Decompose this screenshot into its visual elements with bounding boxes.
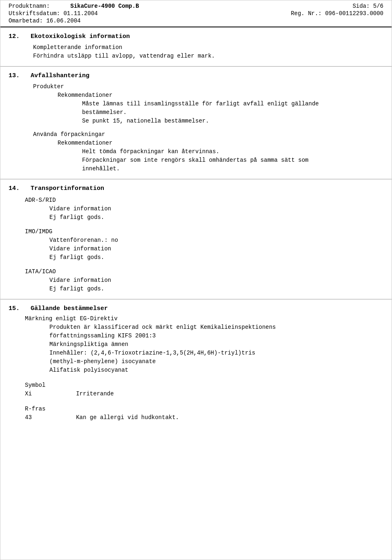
anvanda-label: Använda förpackningar	[33, 130, 383, 139]
prod-line3: Se punkt 15, nationella bestämmelser.	[82, 117, 383, 125]
s15-line1: Märkning enligt EG-Direktiv	[25, 315, 383, 323]
adr-sub-label: Vidare information	[49, 205, 383, 213]
imo-sub: Vattenförorenan.: no Vidare information …	[49, 236, 383, 262]
iata-block: IATA/ICAO Vidare information Ej farligt …	[25, 268, 383, 293]
section-13-title: 13. Avfallshantering	[9, 72, 383, 79]
section-15-title: 15. Gällande bestämmelser	[9, 305, 383, 312]
s15-rfras-block: R-fras 43 Kan ge allergi vid hudkontakt.	[25, 405, 383, 422]
product-label: Produktnamn: SikaCure-4900 Comp.B	[9, 3, 139, 9]
rfras-desc: Kan ge allergi vid hudkontakt.	[76, 414, 179, 421]
anvanda-line1: Helt tömda förpackningar kan återvinnas.	[82, 147, 383, 156]
rfras-row: 43 Kan ge allergi vid hudkontakt.	[25, 413, 383, 422]
s15-line6: (methyl-m-phenylene) isocyanate	[49, 357, 383, 366]
section-13: 13. Avfallshantering Produkter Rekommend…	[0, 67, 392, 179]
rekom-lines: Måste lämnas till insamlingsställe för f…	[82, 100, 383, 125]
imo-block: IMO/IMDG Vattenförorenan.: no Vidare inf…	[25, 228, 383, 262]
symbol-value: Xi	[25, 390, 32, 397]
iata-sub-label: Vidare information	[49, 276, 383, 285]
section-14-title: 14. Transportinformation	[9, 185, 383, 192]
imo-sub-label: Vidare information	[49, 245, 383, 253]
imo-label: IMO/IMDG	[25, 228, 383, 236]
adr-label: ADR-S/RID	[25, 196, 383, 205]
rekom-label: Rekommendationer	[58, 91, 383, 100]
revised-date: Omarbetad: 16.06.2004	[9, 18, 80, 24]
iata-sub: Vidare information Ej farligt gods.	[49, 276, 383, 293]
adr-block: ADR-S/RID Vidare information Ej farligt …	[25, 196, 383, 222]
section-12-line1: Kompletterande information	[33, 43, 383, 52]
reg-number: Reg. Nr.: 096-00112293.0000	[291, 10, 383, 17]
adr-line1: Ej farligt gods.	[49, 213, 383, 222]
rfras-value: 43	[25, 414, 32, 421]
anvanda-lines: Helt tömda förpackningar kan återvinnas.…	[82, 147, 383, 173]
symbol-label: Symbol	[25, 381, 383, 390]
section-12-title: 12. Ekotoxikologisk information	[9, 33, 383, 40]
symbol-row: Xi Irriterande	[25, 390, 383, 398]
anvanda-rekom-block: Rekommendationer Helt tömda förpackninga…	[58, 139, 383, 173]
s15-line2: Produkten är klassificerad ock märkt enl…	[49, 323, 383, 332]
prod-line2: bestämmelser.	[82, 108, 383, 117]
product-label-text: Produktnamn:	[9, 3, 50, 9]
s15-line5: Innehåller: (2,4,6-Trioxotriazine-1,3,5(…	[49, 349, 383, 357]
section-13-anvanda: Använda förpackningar Rekommendationer H…	[33, 130, 383, 173]
s15-line7: Alifatisk polyisocyanat	[49, 366, 383, 375]
product-name: SikaCure-4900 Comp.B	[70, 3, 139, 9]
section-15-content: Märkning enligt EG-Direktiv Produkten är…	[25, 315, 383, 422]
anvanda-line3: innehållet.	[82, 165, 383, 173]
symbol-desc: Irriterande	[76, 390, 114, 397]
section-12: 12. Ekotoxikologisk information Komplett…	[0, 27, 392, 67]
page: Produktnamn: SikaCure-4900 Comp.B Sida: …	[0, 0, 392, 560]
section-13-produkter: Produkter Rekommendationer Måste lämnas …	[33, 83, 383, 125]
section-15: 15. Gällande bestämmelser Märkning enlig…	[0, 299, 392, 428]
rfras-label: R-fras	[25, 405, 383, 413]
section-12-content: Kompletterande information Förhindra uts…	[33, 43, 383, 60]
s15-indent-block: Produkten är klassificerad ock märkt enl…	[49, 323, 383, 375]
prod-line1: Måste lämnas till insamlingsställe för f…	[82, 100, 383, 108]
s15-line4: Märkningspliktiga ämnen	[49, 340, 383, 349]
print-date: Utskriftsdatum: 01.11.2004	[9, 10, 98, 17]
s15-symbol-block: Symbol Xi Irriterande	[25, 381, 383, 398]
section-12-line2: Förhindra utsläpp till avlopp, vattendra…	[33, 52, 383, 60]
s15-line3: författningssamling KIFS 2001:3	[49, 332, 383, 340]
adr-sub: Vidare information Ej farligt gods.	[49, 205, 383, 222]
imo-line1: Ej farligt gods.	[49, 253, 383, 262]
iata-label: IATA/ICAO	[25, 268, 383, 276]
anvanda-rekom-label: Rekommendationer	[58, 139, 383, 147]
page-number: Sida: 5/6	[352, 3, 383, 9]
produkter-rekom: Rekommendationer Måste lämnas till insam…	[58, 91, 383, 125]
imo-sub1: Vattenförorenan.: no	[49, 236, 383, 245]
iata-line1: Ej farligt gods.	[49, 285, 383, 293]
page-header: Produktnamn: SikaCure-4900 Comp.B Sida: …	[0, 0, 392, 27]
anvanda-line2: Förpackningar som inte rengörs skall omh…	[82, 156, 383, 165]
produkter-label: Produkter	[33, 83, 383, 91]
section-14: 14. Transportinformation ADR-S/RID Vidar…	[0, 179, 392, 299]
